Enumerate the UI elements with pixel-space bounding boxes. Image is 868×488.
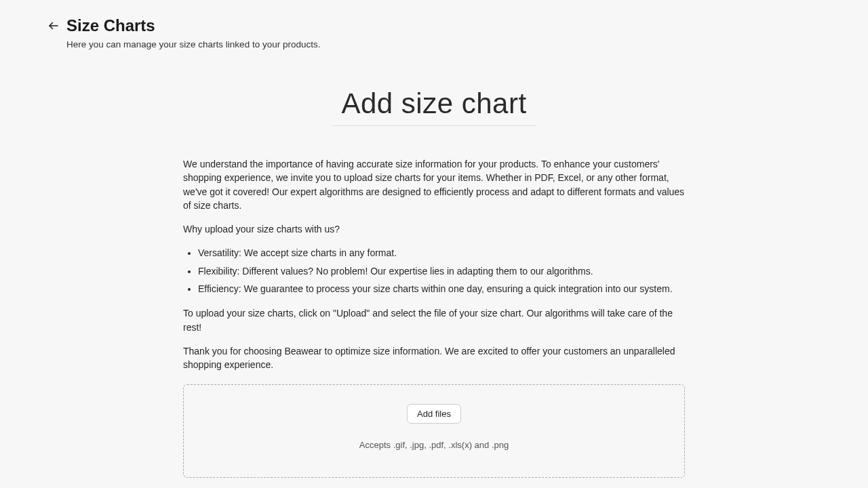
instruction-paragraph: To upload your size charts, click on "Up… [183, 306, 685, 334]
page-subtitle: Here you can manage your size charts lin… [66, 39, 821, 49]
add-files-button[interactable]: Add files [407, 404, 461, 424]
benefits-list: Versatility: We accept size charts in an… [183, 246, 685, 296]
page-title: Size Charts [66, 16, 155, 35]
back-arrow-icon[interactable] [47, 20, 60, 32]
list-item: Efficiency: We guarantee to process your… [198, 282, 685, 296]
accepts-text: Accepts .gif, .jpg, .pdf, .xls(x) and .p… [197, 440, 671, 450]
main-heading: Add size chart [183, 87, 685, 120]
list-item: Versatility: We accept size charts in an… [198, 246, 685, 260]
intro-paragraph: We understand the importance of having a… [183, 157, 685, 212]
heading-divider [332, 125, 536, 126]
thanks-paragraph: Thank you for choosing Beawear to optimi… [183, 344, 685, 372]
file-dropzone[interactable]: Add files Accepts .gif, .jpg, .pdf, .xls… [183, 384, 685, 478]
list-item: Flexibility: Different values? No proble… [198, 264, 685, 278]
why-heading: Why upload your size charts with us? [183, 222, 685, 236]
